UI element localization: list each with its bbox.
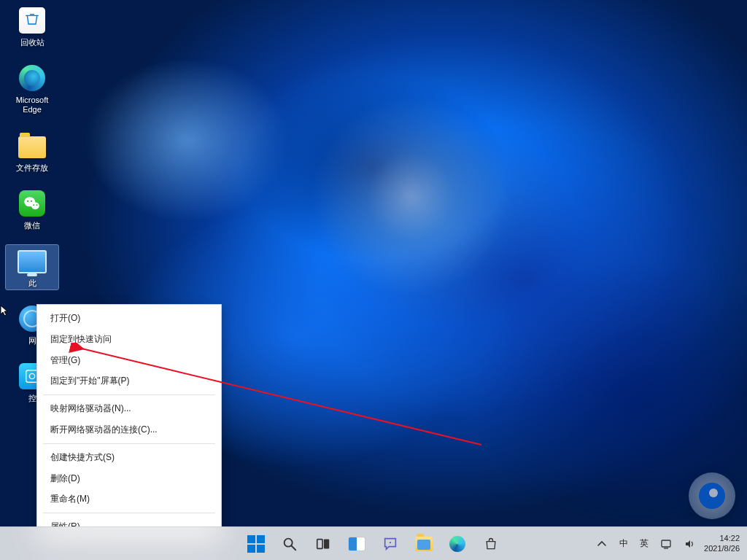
context-separator xyxy=(43,513,215,513)
context-menu-this-pc: 打开(O) 固定到快速访问 管理(G) 固定到"开始"屏幕(P) 映射网络驱动器… xyxy=(36,304,222,541)
taskbar-right: 中 英 14:22 2021/8/26 xyxy=(593,527,743,560)
edge-icon xyxy=(449,536,465,552)
edge-taskbar-button[interactable] xyxy=(443,529,472,559)
recycle-bin-icon xyxy=(18,6,47,35)
chat-icon xyxy=(382,536,398,552)
widgets-button[interactable] xyxy=(342,529,371,559)
desktop-icon-edge[interactable]: Microsoft Edge xyxy=(6,62,58,116)
ime-indicator-en[interactable]: 英 xyxy=(637,536,651,551)
edge-icon xyxy=(18,63,47,93)
this-pc-icon xyxy=(18,246,47,276)
tray-chevron[interactable] xyxy=(593,538,611,550)
wechat-icon xyxy=(18,189,47,218)
network-tray-icon xyxy=(660,538,672,550)
context-item-pin-quick-access[interactable]: 固定到快速访问 xyxy=(37,329,221,350)
svg-point-9 xyxy=(285,538,293,546)
context-item-disconnect-drive[interactable]: 断开网络驱动器的连接(C)... xyxy=(37,419,221,440)
clock-date: 2021/8/26 xyxy=(704,544,740,553)
clock-time: 14:22 xyxy=(719,534,740,543)
store-button[interactable] xyxy=(476,529,506,559)
chat-button[interactable] xyxy=(376,529,405,559)
icon-label: 文件存放 xyxy=(16,163,48,173)
icon-label: Microsoft Edge xyxy=(7,96,57,114)
context-item-pin-start[interactable]: 固定到"开始"屏幕(P) xyxy=(37,370,221,392)
folder-icon xyxy=(18,131,47,160)
svg-point-4 xyxy=(33,204,34,206)
chevron-up-icon xyxy=(596,538,608,550)
tray-network[interactable] xyxy=(657,538,675,550)
icon-label: 微信 xyxy=(24,221,40,230)
ime-indicator-zh[interactable]: 中 xyxy=(616,536,631,551)
taskbar-clock[interactable]: 14:22 2021/8/26 xyxy=(704,534,743,553)
svg-point-13 xyxy=(390,542,391,543)
windows-logo-icon xyxy=(247,535,265,553)
context-item-delete[interactable]: 删除(D) xyxy=(37,468,221,489)
store-icon xyxy=(484,536,498,552)
start-button[interactable] xyxy=(241,529,271,559)
svg-rect-11 xyxy=(317,539,322,548)
search-button[interactable] xyxy=(275,529,304,559)
svg-point-2 xyxy=(27,200,28,201)
svg-point-7 xyxy=(29,374,34,379)
desktop-icon-this-pc[interactable]: 此 xyxy=(6,245,58,289)
context-item-manage[interactable]: 管理(G) xyxy=(37,350,221,371)
desktop[interactable]: 回收站 Microsoft Edge 文件存放 微信 此 网 xyxy=(0,0,747,560)
file-explorer-icon xyxy=(415,537,433,551)
context-item-map-drive[interactable]: 映射网络驱动器(N)... xyxy=(37,398,221,419)
context-separator xyxy=(43,394,215,395)
desktop-icon-folder[interactable]: 文件存放 xyxy=(6,130,58,174)
widgets-icon xyxy=(348,537,365,551)
taskbar-center xyxy=(241,529,506,559)
svg-rect-12 xyxy=(324,539,329,548)
watermark-logo xyxy=(689,472,735,519)
svg-point-1 xyxy=(31,202,39,209)
file-explorer-button[interactable] xyxy=(409,529,438,559)
icon-label: 网 xyxy=(28,336,36,346)
context-separator xyxy=(43,443,215,444)
icon-label: 此 xyxy=(28,279,36,288)
svg-rect-14 xyxy=(662,540,670,547)
tray-volume[interactable] xyxy=(681,538,698,550)
search-icon xyxy=(282,536,298,552)
task-view-button[interactable] xyxy=(309,529,338,559)
svg-point-5 xyxy=(36,204,38,206)
svg-point-3 xyxy=(31,200,32,201)
volume-icon xyxy=(684,538,695,550)
icon-label: 控 xyxy=(28,394,36,403)
taskbar: 中 英 14:22 2021/8/26 xyxy=(0,526,747,560)
desktop-icon-wechat[interactable]: 微信 xyxy=(6,187,58,232)
icon-label: 回收站 xyxy=(20,38,44,47)
context-item-open[interactable]: 打开(O) xyxy=(37,308,221,329)
task-view-icon xyxy=(315,536,331,552)
svg-line-10 xyxy=(292,545,296,550)
desktop-icon-recycle-bin[interactable]: 回收站 xyxy=(6,4,58,49)
context-item-create-shortcut[interactable]: 创建快捷方式(S) xyxy=(37,447,221,468)
context-item-rename[interactable]: 重命名(M) xyxy=(37,489,221,510)
